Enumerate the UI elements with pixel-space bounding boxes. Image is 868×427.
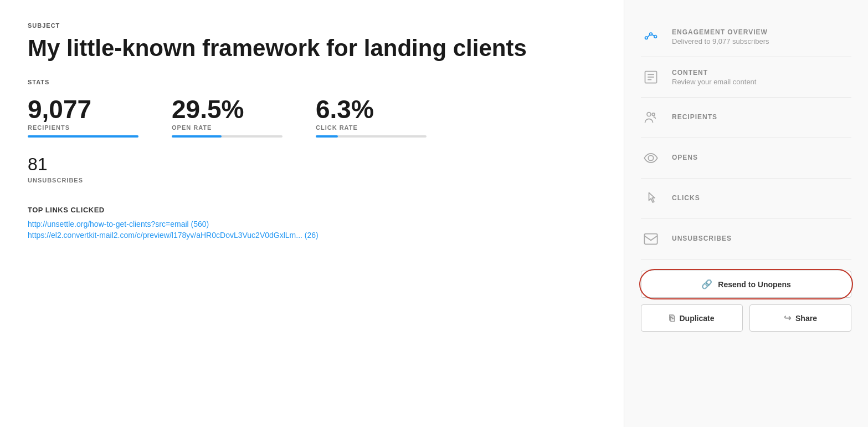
svg-point-0	[645, 37, 648, 39]
svg-line-4	[652, 35, 654, 36]
svg-line-3	[648, 35, 650, 37]
email-title: My little-known framework for landing cl…	[28, 34, 596, 62]
share-button[interactable]: ↪ Share	[749, 304, 851, 332]
clicks-title: CLICKS	[672, 194, 700, 202]
sidebar-item-opens[interactable]: OPENS	[641, 138, 851, 179]
opens-title: OPENS	[672, 154, 698, 161]
svg-rect-12	[644, 234, 657, 245]
clicks-icon	[641, 189, 661, 209]
unsubscribes-section: 81 UNSUBSCRIBES	[28, 154, 596, 184]
content-subtitle: Review your email content	[672, 78, 756, 86]
recipients-progress-bg	[28, 135, 138, 138]
svg-point-1	[650, 33, 653, 35]
engagement-title: ENGAGEMENT OVERVIEW	[672, 28, 769, 36]
unsubscribes-nav-title: UNSUBSCRIBES	[672, 235, 732, 242]
unsubscribes-nav-text: UNSUBSCRIBES	[672, 235, 732, 243]
duplicate-button[interactable]: ⎘ Duplicate	[641, 304, 743, 332]
unsubscribes-name: UNSUBSCRIBES	[28, 177, 596, 184]
unsubscribes-icon	[641, 229, 661, 249]
resend-button[interactable]: 🔗 Resend to Unopens	[641, 271, 851, 298]
top-link-1[interactable]: http://unsettle.org/how-to-get-clients?s…	[28, 220, 596, 228]
content-text: CONTENT Review your email content	[672, 69, 756, 86]
sidebar: ENGAGEMENT OVERVIEW Delivered to 9,077 s…	[624, 0, 868, 427]
svg-point-11	[648, 155, 653, 160]
svg-point-9	[647, 113, 651, 116]
subject-label: SUBJECT	[28, 22, 596, 29]
top-links-section: TOP LINKS CLICKED http://unsettle.org/ho…	[28, 206, 596, 240]
click-rate-progress-bg	[316, 135, 427, 138]
recipients-text: RECIPIENTS	[672, 113, 717, 122]
top-links-label: TOP LINKS CLICKED	[28, 206, 596, 214]
open-rate-value: 29.5%	[172, 96, 283, 122]
sidebar-item-engagement[interactable]: ENGAGEMENT OVERVIEW Delivered to 9,077 s…	[641, 17, 851, 57]
click-rate-stat: 6.3% CLICK RATE	[316, 96, 427, 138]
opens-icon	[641, 148, 661, 168]
sidebar-buttons: 🔗 Resend to Unopens ⎘ Duplicate ↪ Share	[641, 271, 851, 332]
sidebar-item-clicks[interactable]: CLICKS	[641, 179, 851, 219]
click-rate-progress-fill	[316, 135, 338, 138]
svg-point-2	[654, 35, 657, 38]
recipients-icon	[641, 108, 661, 128]
recipients-progress-fill	[28, 135, 138, 138]
recipients-value: 9,077	[28, 96, 138, 122]
recipients-name: RECIPIENTS	[28, 124, 138, 131]
clicks-text: CLICKS	[672, 194, 700, 203]
engagement-subtitle: Delivered to 9,077 subscribers	[672, 37, 769, 45]
share-icon: ↪	[784, 313, 791, 323]
sidebar-item-recipients[interactable]: RECIPIENTS	[641, 98, 851, 138]
unsubscribes-value: 81	[28, 154, 596, 175]
duplicate-label: Duplicate	[679, 314, 714, 323]
stats-row: 9,077 RECIPIENTS 29.5% OPEN RATE 6.3% CL…	[28, 96, 596, 138]
open-rate-progress-bg	[172, 135, 283, 138]
main-panel: SUBJECT My little-known framework for la…	[0, 0, 624, 427]
btn-row: ⎘ Duplicate ↪ Share	[641, 304, 851, 332]
duplicate-icon: ⎘	[669, 313, 675, 323]
recipients-stat: 9,077 RECIPIENTS	[28, 96, 138, 138]
engagement-icon	[641, 27, 661, 47]
sidebar-item-unsubscribes[interactable]: UNSUBSCRIBES	[641, 219, 851, 260]
share-label: Share	[795, 314, 817, 323]
open-rate-progress-fill	[172, 135, 222, 138]
top-link-2[interactable]: https://el2.convertkit-mail2.com/c/previ…	[28, 231, 596, 240]
opens-text: OPENS	[672, 154, 698, 162]
stats-label: STATS	[28, 79, 596, 85]
open-rate-name: OPEN RATE	[172, 124, 283, 131]
sidebar-item-content[interactable]: CONTENT Review your email content	[641, 57, 851, 98]
recipients-nav-title: RECIPIENTS	[672, 113, 717, 121]
click-rate-name: CLICK RATE	[316, 124, 427, 131]
resend-label: Resend to Unopens	[718, 280, 790, 289]
engagement-text: ENGAGEMENT OVERVIEW Delivered to 9,077 s…	[672, 28, 769, 45]
content-icon	[641, 67, 661, 87]
click-rate-value: 6.3%	[316, 96, 427, 122]
open-rate-stat: 29.5% OPEN RATE	[172, 96, 283, 138]
svg-point-10	[652, 113, 655, 116]
resend-icon: 🔗	[701, 279, 712, 289]
content-title: CONTENT	[672, 69, 756, 77]
